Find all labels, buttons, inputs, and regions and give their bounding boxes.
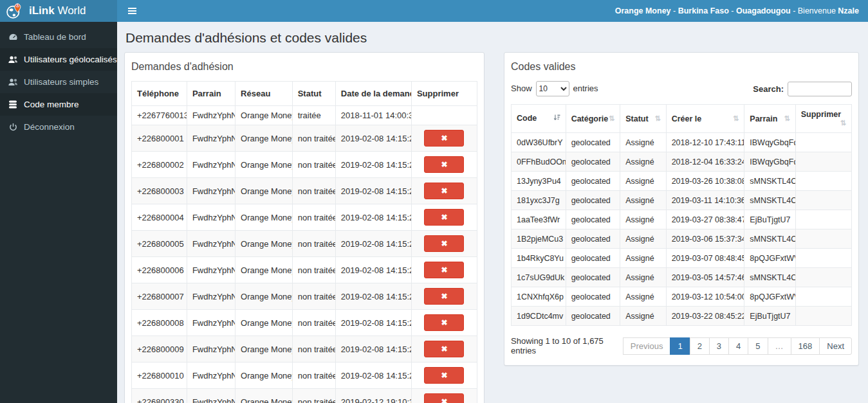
reseau-cell: Orange Money: [235, 257, 293, 283]
statut-cell: Assigné: [620, 268, 666, 287]
action-cell: ✖: [411, 283, 477, 310]
parrain-cell: FwdhzYphN9: [187, 152, 235, 178]
cree-le-cell: 2018-12-04 16:33:24: [666, 152, 744, 172]
pagination-button[interactable]: Previous: [623, 337, 671, 355]
parrain-cell: FwdhzYphN9: [187, 389, 235, 403]
table-info: Showing 1 to 10 of 1,675 entries: [511, 336, 623, 355]
statut-cell: traitée: [292, 106, 335, 125]
delete-request-button[interactable]: ✖: [424, 235, 464, 252]
date-cell: 2019-02-08 14:15:26: [335, 336, 411, 363]
table-row: +226800010 FwdhzYphN9 Orange Money non t…: [132, 363, 477, 389]
x-icon: ✖: [441, 186, 447, 195]
statut-cell: Assigné: [620, 133, 666, 152]
table-row: 1b4RkyC8Yu geolocated Assigné 2019-03-07…: [512, 249, 852, 268]
delete-request-button[interactable]: ✖: [424, 183, 464, 199]
pagination-button[interactable]: 168: [791, 337, 820, 355]
reseau-cell: Orange Money: [235, 106, 293, 125]
delete-request-button[interactable]: ✖: [424, 314, 464, 331]
x-icon: ✖: [441, 265, 447, 274]
pagination-button[interactable]: …: [768, 337, 791, 355]
delete-request-button[interactable]: ✖: [424, 288, 464, 305]
page-title: Demandes d'adhésions et codes valides: [125, 30, 868, 46]
code-cell: 13Jyny3Pu4: [512, 172, 566, 191]
sidebar-item-tableau-de-bord[interactable]: Tableau de bord: [0, 26, 117, 48]
date-cell: 2019-02-08 14:15:26: [335, 283, 411, 310]
users-icon: [8, 55, 18, 64]
column-header: Parrain: [187, 82, 235, 106]
page-length-select[interactable]: 10: [536, 81, 569, 96]
reseau-cell: Orange Money: [235, 125, 293, 152]
datatable-footer: Showing 1 to 10 of 1,675 entries Previou…: [504, 334, 858, 365]
sidebar-item-label: Déconnexion: [24, 122, 75, 132]
operator-name: Orange Money: [615, 6, 671, 15]
statut-cell: non traitée: [292, 204, 335, 231]
delete-request-button[interactable]: ✖: [424, 209, 464, 226]
sidebar-item-code-membre[interactable]: Code membre: [0, 93, 117, 116]
parrain-cell: FwdhzYphN9: [187, 106, 235, 125]
sortable-column-header[interactable]: Parrain ⇅: [744, 105, 795, 133]
column-header: Téléphone: [132, 82, 187, 106]
sidebar-item-deconnexion[interactable]: Déconnexion: [0, 116, 117, 138]
parrain-cell: FwdhzYphN9: [187, 125, 235, 152]
parrain-cell: FwdhzYphN9: [187, 363, 235, 389]
parrain-cell: FwdhzYphN9: [187, 257, 235, 283]
pagination-button[interactable]: 4: [728, 337, 748, 355]
sortable-column-header[interactable]: Statut ⇅: [620, 105, 666, 133]
phone-cell: +226800006: [132, 257, 187, 283]
pagination-button[interactable]: 5: [748, 337, 768, 355]
action-cell: [411, 106, 477, 125]
table-row: 1c7sUG9dUk geolocated Assigné 2019-03-05…: [512, 268, 852, 287]
sortable-column-header[interactable]: Catégorie ⇅: [566, 105, 620, 133]
delete-request-button[interactable]: ✖: [424, 367, 464, 384]
pagination-button[interactable]: 3: [709, 337, 729, 355]
sortable-column-header[interactable]: Code: [512, 105, 566, 133]
categorie-cell: geolocated: [566, 152, 620, 172]
delete-request-button[interactable]: ✖: [424, 156, 464, 173]
sidebar-item-utilisateurs-geolocalises[interactable]: Utilisateurs géolocalisés: [0, 48, 117, 71]
search-input[interactable]: [788, 82, 852, 96]
statut-cell: Assigné: [620, 287, 666, 307]
action-cell: ✖: [411, 152, 477, 178]
code-cell: 1B2pjeMCu3: [512, 229, 566, 249]
code-cell: 1d9CDtc4mv: [512, 307, 566, 326]
brand-logo[interactable]: $ iLink World: [0, 0, 117, 22]
delete-request-button[interactable]: ✖: [424, 393, 464, 403]
cree-le-cell: 2019-03-05 14:57:46: [666, 268, 744, 287]
sidebar-menu: Tableau de bord Utilisateurs géolocalisé…: [0, 22, 117, 138]
pagination-button[interactable]: 1: [670, 337, 690, 355]
parrain-cell: 8pQJGFxtWV: [744, 287, 795, 307]
action-cell: ✖: [411, 336, 477, 363]
reseau-cell: Orange Money: [235, 152, 293, 178]
power-icon: [8, 123, 18, 131]
table-row: 1B2pjeMCu3 geolocated Assigné 2019-03-06…: [512, 229, 852, 249]
action-cell: [795, 191, 851, 210]
delete-request-button[interactable]: ✖: [424, 130, 464, 147]
action-cell: ✖: [411, 178, 477, 204]
sortable-column-header[interactable]: Supprimer ⇅: [795, 105, 851, 133]
brand-title: iLink World: [29, 4, 86, 17]
phone-cell: +226800001: [132, 125, 187, 152]
globe-pin-icon: $: [5, 2, 23, 20]
top-navbar: Orange Money - Burkina Faso - Ouagadougo…: [117, 0, 868, 22]
pagination-button[interactable]: Next: [819, 337, 852, 355]
delete-request-button[interactable]: ✖: [424, 262, 464, 278]
sidebar-item-utilisateurs-simples[interactable]: Utilisateurs simples: [0, 71, 117, 93]
parrain-cell: FwdhzYphN9: [187, 231, 235, 257]
sortable-column-header[interactable]: Créer le ⇅: [666, 105, 744, 133]
action-cell: [795, 172, 851, 191]
sort-both-icon: ⇅: [654, 114, 660, 123]
sidebar: $ iLink World Tableau de bord Utilisateu…: [0, 0, 117, 403]
table-row: +226800006 FwdhzYphN9 Orange Money non t…: [132, 257, 477, 283]
delete-request-button[interactable]: ✖: [424, 341, 464, 357]
column-header: Réseau: [235, 82, 293, 106]
pagination-button[interactable]: 2: [690, 337, 710, 355]
reseau-cell: Orange Money: [235, 178, 293, 204]
sort-both-icon: ⇅: [609, 114, 614, 123]
parrain-cell: FwdhzYphN9: [187, 283, 235, 310]
cree-le-cell: 2019-03-26 10:38:08: [666, 172, 744, 191]
parrain-cell: 8pQJGFxtWV: [744, 249, 795, 268]
sidebar-item-label: Code membre: [24, 100, 79, 109]
date-cell: 2019-02-08 14:15:26: [335, 152, 411, 178]
panel-title: Demandes d'adhésion: [125, 53, 484, 81]
sidebar-toggle-icon[interactable]: [124, 4, 140, 18]
